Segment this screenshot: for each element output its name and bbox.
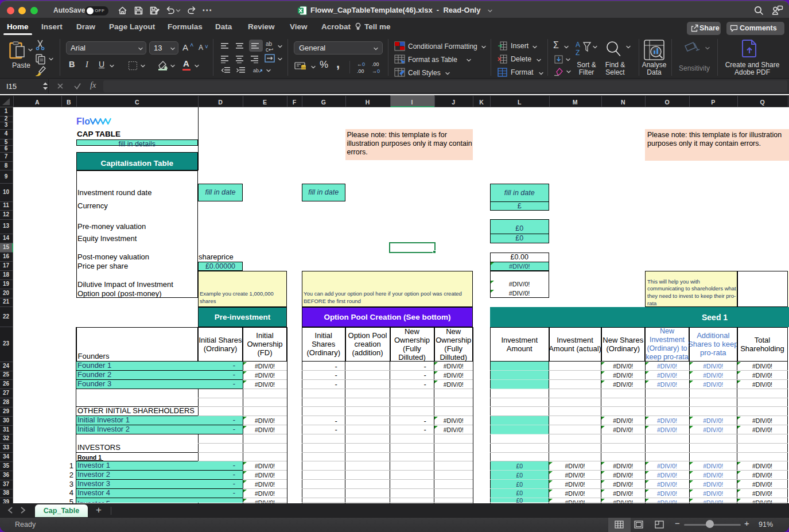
svg-text:A: A xyxy=(576,41,580,49)
svg-text:ab: ab xyxy=(253,68,259,73)
svg-text:Z: Z xyxy=(576,49,580,57)
svg-text:Flo: Flo xyxy=(76,117,90,126)
